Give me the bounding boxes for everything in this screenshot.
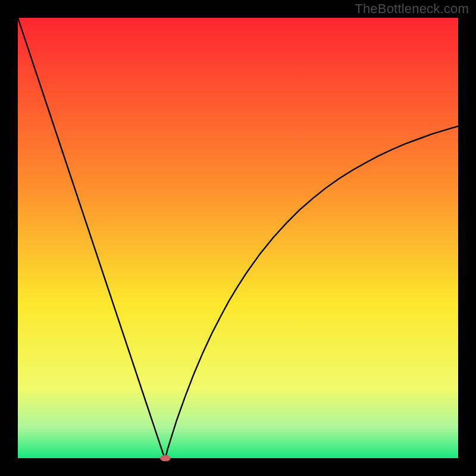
chart-container: { "watermark": "TheBottleneck.com", "col… <box>0 0 476 476</box>
watermark-text: TheBottleneck.com <box>355 1 469 17</box>
plot-gradient <box>18 18 458 458</box>
optimal-marker <box>161 456 170 461</box>
bottleneck-chart <box>0 0 476 476</box>
